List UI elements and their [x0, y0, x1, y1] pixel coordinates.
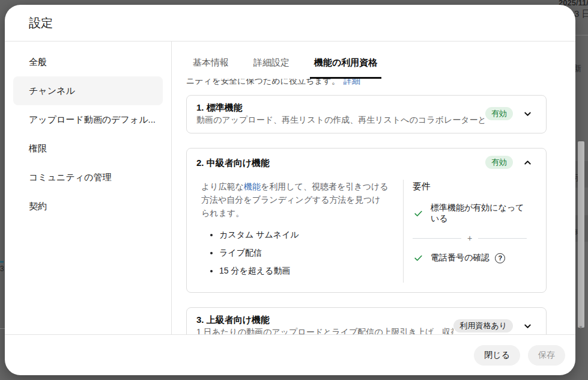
channel-settings-panel: 基本情報 詳細設定 機能の利用資格 ニティを安全に保つために役立ちます。詳細 1…	[172, 41, 575, 334]
standard-features-titles: 1. 標準機能 動画のアップロード、再生リストの作成、再生リストへのコラボレータ…	[196, 101, 485, 126]
chevron-down-icon[interactable]	[523, 321, 533, 331]
standard-features-description: 動画のアップロード、再生リストの作成、再生リストへのコラボレーターと新し...	[196, 114, 485, 126]
background-divider	[575, 35, 588, 35]
tab-advanced-settings[interactable]: 詳細設定	[252, 46, 291, 79]
divider-line	[413, 238, 461, 239]
sidebar-item-channel[interactable]: チャンネル	[13, 76, 163, 105]
standard-features-title: 1. 標準機能	[196, 101, 485, 114]
divider-line	[478, 238, 527, 239]
background-divider	[0, 328, 5, 329]
standard-features-card: 1. 標準機能 動画のアップロード、再生リストの作成、再生リストへのコラボレータ…	[186, 95, 547, 133]
sidebar-item-permissions[interactable]: 権限	[13, 134, 163, 163]
dialog-footer: 閉じる 保存	[5, 334, 575, 375]
sidebar-item-general[interactable]: 全般	[13, 48, 163, 76]
requirement-label: 標準機能が有効になっている	[431, 203, 527, 224]
background-page-scrollbar[interactable]	[578, 141, 584, 328]
screen: { "overlay": { "date_fragment": "2025/11…	[0, 0, 588, 380]
settings-dialog: 設定 全般 チャンネル アップロード動画のデフォル... 権限 コミュニティの管…	[5, 5, 575, 375]
sidebar-item-agreements[interactable]: 契約	[13, 192, 163, 221]
requirements-panel: 要件 標準機能が有効になっている +	[404, 180, 534, 283]
background-tick-fragment	[0, 261, 4, 263]
dialog-header: 設定	[5, 5, 575, 41]
sidebar-item-upload-defaults[interactable]: アップロード動画のデフォル...	[13, 105, 163, 134]
check-icon	[413, 253, 424, 263]
status-badge-eligible: 利用資格あり	[453, 319, 513, 332]
standard-features-header[interactable]: 1. 標準機能 動画のアップロード、再生リストの作成、再生リストへのコラボレータ…	[196, 101, 534, 126]
advanced-features-description: 1 日あたりの動画のアップロードとライブ配信の上限引き上げ、収益化の...	[196, 326, 453, 334]
plus-divider: +	[413, 233, 527, 243]
intermediate-features-body: より広範な機能を利用して、視聴者を引きつける方法や自分をブランディングする方法を…	[196, 180, 534, 283]
list-item: 15 分を超える動画	[219, 265, 389, 277]
plus-sign: +	[461, 233, 478, 243]
learn-more-link[interactable]: 詳細	[344, 79, 360, 85]
intro-text: ニティを安全に保つために役立ちます。	[186, 79, 340, 85]
chevron-up-icon[interactable]	[523, 158, 533, 168]
background-scrollbar-arrow-icon: ▼	[578, 325, 583, 330]
intermediate-features-paragraph: より広範な機能を利用して、視聴者を引きつける方法や自分をブランディングする方法を…	[201, 180, 389, 219]
save-button[interactable]: 保存	[528, 345, 565, 366]
dialog-title: 設定	[29, 15, 53, 31]
advanced-features-titles: 3. 上級者向け機能 1 日あたりの動画のアップロードとライブ配信の上限引き上げ…	[196, 313, 453, 334]
list-item: カスタム サムネイル	[219, 228, 389, 241]
tab-feature-eligibility[interactable]: 機能の利用資格	[313, 46, 378, 79]
intermediate-features-titles: 2. 中級者向け機能	[196, 156, 485, 169]
chevron-down-icon[interactable]	[523, 109, 533, 119]
intermediate-features-title: 2. 中級者向け機能	[196, 156, 485, 169]
intermediate-features-header[interactable]: 2. 中級者向け機能 有効	[196, 156, 534, 169]
channel-tabs: 基本情報 詳細設定 機能の利用資格	[172, 41, 575, 79]
advanced-features-header[interactable]: 3. 上級者向け機能 1 日あたりの動画のアップロードとライブ配信の上限引き上げ…	[196, 313, 534, 334]
feature-eligibility-content[interactable]: ニティを安全に保つために役立ちます。詳細 1. 標準機能 動画のアップロード、再…	[172, 79, 575, 334]
dialog-body: 全般 チャンネル アップロード動画のデフォル... 権限 コミュニティの管理 契…	[5, 41, 575, 334]
intermediate-features-card: 2. 中級者向け機能 有効 より広範な機能を利用して、視聴者を引きつける方法や自…	[186, 148, 547, 293]
advanced-features-card: 3. 上級者向け機能 1 日あたりの動画のアップロードとライブ配信の上限引き上げ…	[186, 307, 547, 334]
settings-sidebar: 全般 チャンネル アップロード動画のデフォル... 権限 コミュニティの管理 契…	[5, 41, 172, 334]
intermediate-features-details: より広範な機能を利用して、視聴者を引きつける方法や自分をブランディングする方法を…	[196, 180, 404, 283]
paragraph-text: より広範な	[201, 182, 244, 191]
intro-text-clipped: ニティを安全に保つために役立ちます。詳細	[186, 79, 547, 87]
close-button[interactable]: 閉じる	[474, 345, 520, 366]
tab-basic-info[interactable]: 基本情報	[192, 46, 230, 79]
list-item: ライブ配信	[219, 247, 389, 259]
requirements-title: 要件	[413, 181, 527, 192]
requirement-label: 電話番号の確認	[431, 253, 489, 263]
requirement-row: 標準機能が有効になっている	[413, 203, 527, 224]
help-icon[interactable]: ?	[495, 253, 505, 263]
background-text-fragment: 3	[0, 265, 4, 273]
background-day-fragment: 3 日	[574, 8, 588, 20]
status-badge-enabled: 有効	[485, 156, 513, 169]
check-icon	[413, 209, 424, 218]
status-badge-enabled: 有効	[485, 107, 513, 120]
advanced-features-title: 3. 上級者向け機能	[196, 313, 453, 326]
feature-bullet-list: カスタム サムネイル ライブ配信 15 分を超える動画	[201, 228, 389, 277]
requirement-row: 電話番号の確認 ?	[413, 253, 527, 263]
sidebar-item-community[interactable]: コミュニティの管理	[13, 163, 163, 192]
features-link[interactable]: 機能	[244, 182, 261, 191]
